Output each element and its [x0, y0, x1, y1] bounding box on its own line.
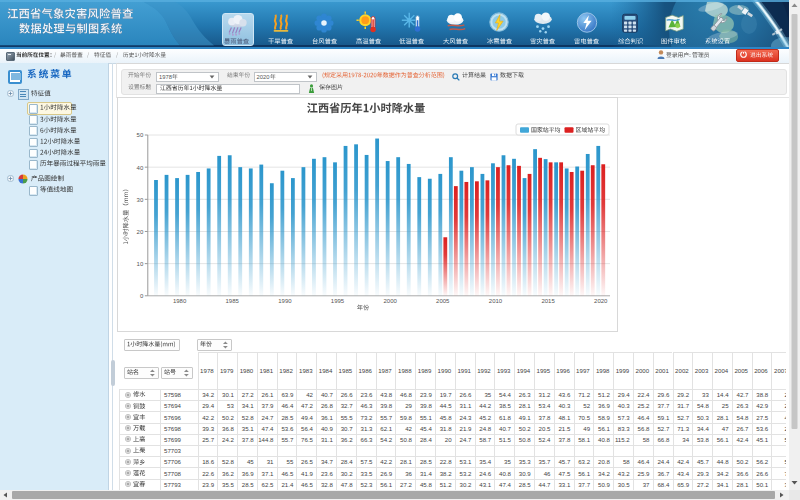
svg-text:10: 10	[137, 261, 144, 267]
svg-text:2020: 2020	[594, 298, 608, 304]
svg-text:1995: 1995	[331, 298, 345, 304]
svg-text:2005: 2005	[436, 298, 450, 304]
svg-text:0: 0	[140, 293, 144, 299]
svg-text:1990: 1990	[278, 298, 292, 304]
svg-text:1980: 1980	[173, 298, 187, 304]
svg-text:2010: 2010	[489, 298, 503, 304]
svg-text:30: 30	[137, 197, 144, 203]
svg-text:2015: 2015	[541, 298, 555, 304]
svg-text:1985: 1985	[226, 298, 240, 304]
svg-text:2000: 2000	[384, 298, 398, 304]
svg-text:40: 40	[137, 165, 144, 171]
svg-text:20: 20	[137, 229, 144, 235]
svg-text:50: 50	[137, 132, 144, 138]
